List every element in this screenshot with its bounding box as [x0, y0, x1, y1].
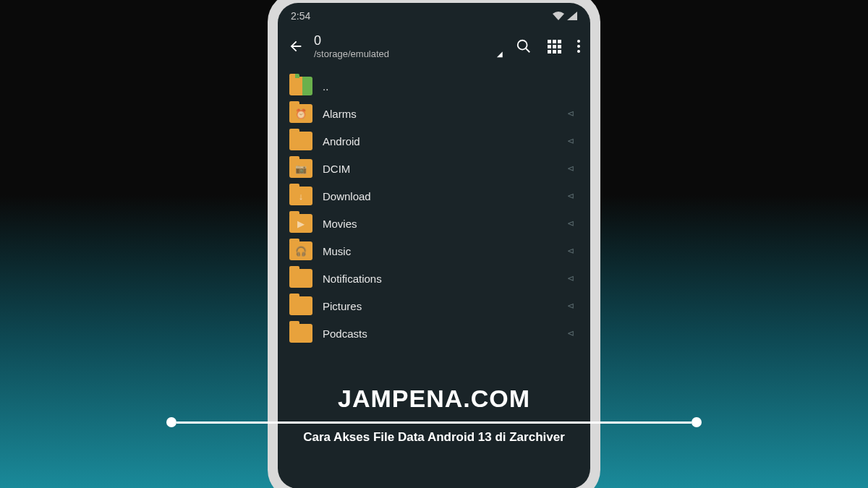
grid-icon: [548, 40, 561, 53]
chevron-icon: ⊲: [567, 328, 579, 338]
watermark-divider: [166, 417, 702, 427]
file-row[interactable]: ⏰Alarms⊲: [284, 100, 584, 127]
folder-icon: [289, 77, 312, 95]
folder-icon: [289, 324, 312, 343]
search-button[interactable]: [516, 38, 532, 54]
folder-glyph-icon: ▶: [297, 218, 305, 229]
path-selector[interactable]: 0 /storage/emulated ◢: [314, 33, 506, 59]
file-name: Movies: [323, 218, 557, 230]
status-time: 2:54: [291, 10, 310, 22]
file-name: Android: [323, 135, 557, 147]
chevron-icon: ⊲: [567, 136, 579, 146]
folder-icon: ↓: [289, 187, 312, 205]
more-vertical-icon: [577, 40, 580, 53]
file-row[interactable]: Pictures⊲: [284, 292, 584, 320]
path-subtitle: /storage/emulated: [314, 48, 389, 59]
watermark-subtitle: Cara Akses File Data Android 13 di Zarch…: [166, 430, 702, 445]
chevron-icon: ⊲: [567, 108, 579, 119]
signal-icon: [567, 12, 577, 20]
wifi-icon: [553, 12, 564, 20]
chevron-icon: ⊲: [567, 246, 579, 256]
dropdown-triangle-icon: ◢: [497, 50, 503, 58]
back-button[interactable]: [288, 38, 304, 54]
folder-glyph-icon: ↓: [299, 191, 304, 202]
file-row[interactable]: ..⊲: [284, 72, 584, 100]
chevron-icon: ⊲: [567, 273, 579, 283]
folder-icon: ▶: [289, 214, 312, 233]
folder-icon: [289, 269, 312, 288]
file-name: Notifications: [323, 273, 557, 285]
file-row[interactable]: 📷DCIM⊲: [284, 155, 584, 182]
watermark: JAMPENA.COM Cara Akses File Data Android…: [166, 385, 702, 445]
folder-icon: ⏰: [289, 104, 312, 123]
svg-line-1: [526, 48, 530, 53]
folder-icon: [289, 296, 312, 315]
file-row[interactable]: Notifications⊲: [284, 265, 584, 292]
file-list: ..⊲⏰Alarms⊲Android⊲📷DCIM⊲↓Download⊲▶Movi…: [278, 72, 590, 347]
file-name: Podcasts: [323, 328, 557, 340]
file-name: Alarms: [323, 108, 557, 120]
file-row[interactable]: ▶Movies⊲: [284, 210, 584, 237]
file-row[interactable]: Android⊲: [284, 127, 584, 155]
chevron-icon: ⊲: [567, 301, 579, 311]
folder-icon: 🎧: [289, 241, 312, 260]
view-grid-button[interactable]: [548, 40, 561, 53]
folder-icon: 📷: [289, 159, 312, 178]
file-name: Download: [323, 190, 557, 202]
more-menu-button[interactable]: [577, 40, 580, 53]
path-title: 0: [314, 33, 506, 48]
status-bar: 2:54: [278, 3, 590, 25]
status-icons: [553, 12, 577, 20]
chevron-icon: ⊲: [567, 163, 579, 174]
chevron-icon: ⊲: [567, 191, 579, 201]
folder-icon: [289, 132, 312, 150]
file-name: Pictures: [323, 300, 557, 312]
app-header: 0 /storage/emulated ◢: [278, 25, 590, 72]
file-name: Music: [323, 245, 557, 257]
file-name: ..: [323, 80, 557, 93]
file-row[interactable]: 🎧Music⊲: [284, 237, 584, 265]
chevron-icon: ⊲: [567, 218, 579, 228]
file-row[interactable]: Podcasts⊲: [284, 320, 584, 347]
file-row[interactable]: ↓Download⊲: [284, 182, 584, 210]
folder-glyph-icon: 🎧: [295, 246, 307, 257]
folder-glyph-icon: ⏰: [295, 108, 307, 119]
header-actions: [516, 38, 580, 54]
watermark-title: JAMPENA.COM: [166, 385, 702, 413]
search-icon: [516, 38, 532, 54]
folder-glyph-icon: 📷: [295, 163, 307, 174]
svg-point-0: [518, 40, 527, 50]
file-name: DCIM: [323, 163, 557, 175]
